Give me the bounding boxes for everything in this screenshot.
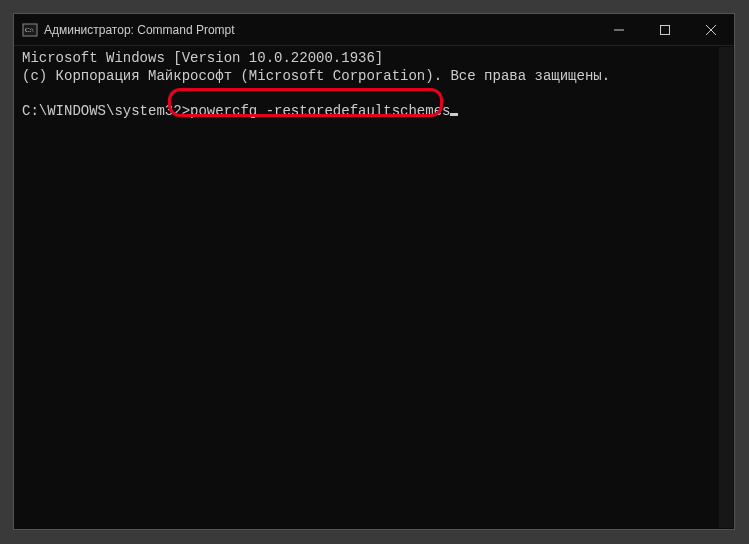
svg-text:C:\: C:\ bbox=[25, 26, 34, 34]
version-line: Microsoft Windows [Version 10.0.22000.19… bbox=[22, 50, 383, 66]
close-button[interactable] bbox=[688, 14, 734, 46]
svg-rect-3 bbox=[661, 26, 670, 35]
maximize-button[interactable] bbox=[642, 14, 688, 46]
titlebar-left: C:\ Администратор: Command Prompt bbox=[14, 22, 596, 38]
window-controls bbox=[596, 14, 734, 45]
command-prompt-window: C:\ Администратор: Command Prompt Micros… bbox=[13, 13, 735, 530]
text-cursor bbox=[450, 113, 458, 116]
copyright-line: (c) Корпорация Майкрософт (Microsoft Cor… bbox=[22, 68, 610, 84]
cmd-icon: C:\ bbox=[22, 22, 38, 38]
minimize-button[interactable] bbox=[596, 14, 642, 46]
prompt-line: C:\WINDOWS\system32>powercfg -restoredef… bbox=[22, 103, 458, 119]
titlebar: C:\ Администратор: Command Prompt bbox=[14, 14, 734, 46]
typed-command: powercfg -restoredefaultschemes bbox=[190, 103, 450, 119]
scrollbar[interactable] bbox=[719, 47, 733, 528]
prompt-prefix: C:\WINDOWS\system32> bbox=[22, 103, 190, 119]
window-title: Администратор: Command Prompt bbox=[44, 23, 235, 37]
terminal-output[interactable]: Microsoft Windows [Version 10.0.22000.19… bbox=[14, 46, 734, 529]
